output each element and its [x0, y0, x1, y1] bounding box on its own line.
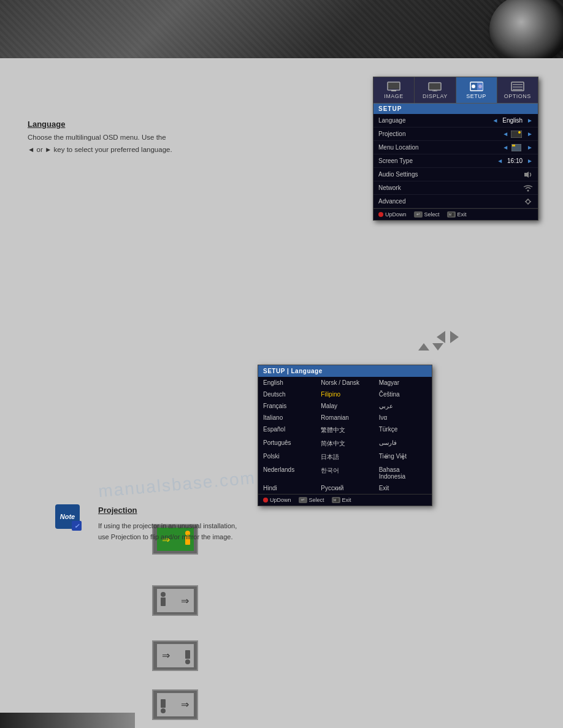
osd-menu: IMAGE DISPLAY	[373, 77, 538, 221]
lang-magyar[interactable]: Magyar	[374, 377, 432, 389]
lang-farsi[interactable]: فارسی	[374, 437, 432, 450]
select-icon: ↵	[414, 211, 423, 218]
osd-row-advanced[interactable]: Advanced	[373, 195, 538, 208]
lang-bahasa[interactable]: Bahasa Indonesia	[374, 464, 432, 482]
lang-espanol[interactable]: Español	[258, 423, 316, 437]
svg-rect-19	[512, 145, 515, 146]
osd-updown-hint: UpDown	[378, 211, 407, 218]
network-icon	[523, 184, 533, 192]
osd-row-language[interactable]: Language ◄ English ►	[373, 114, 538, 127]
lang-romanian[interactable]: Romanian	[316, 412, 373, 423]
display-icon	[427, 81, 442, 92]
lang-hindi[interactable]: Hindi	[258, 482, 316, 494]
lang-trad-chinese[interactable]: 繁體中文	[316, 423, 373, 437]
lang-ina[interactable]: Ινα	[374, 412, 432, 423]
tab-options[interactable]: OPTIONS	[497, 77, 538, 103]
note-box: Note ✓	[55, 504, 80, 529]
lens-decoration	[489, 0, 563, 58]
projection-mode-thumb-3: ⇒	[152, 640, 198, 671]
osd-exit-hint: M Exit	[447, 211, 467, 218]
lang-norsk[interactable]: Norsk / Dansk	[316, 377, 373, 389]
tab-setup[interactable]: SETUP	[456, 77, 497, 103]
tab-display[interactable]: DISPLAY	[415, 77, 456, 103]
osd-arrow-left-language: ◄	[492, 117, 498, 124]
svg-point-17	[518, 131, 521, 134]
lang-russian[interactable]: Русский	[316, 482, 373, 494]
language-panel: SETUP | Language English Norsk / Dansk M…	[258, 365, 432, 506]
lang-portugues[interactable]: Português	[258, 437, 316, 450]
osd-row-language-label: Language	[378, 117, 492, 124]
lang-updown-hint: UpDown	[263, 497, 291, 503]
projection-mode-icon	[511, 130, 522, 138]
lang-nederlands[interactable]: Nederlands	[258, 464, 316, 482]
lang-english[interactable]: English	[258, 377, 316, 389]
lang-select-label: Select	[309, 497, 324, 503]
osd-row-projection[interactable]: Projection ◄ ►	[373, 127, 538, 141]
lang-bottom-bar: UpDown ↵ Select M Exit	[258, 494, 432, 506]
lang-korean[interactable]: 한국어	[316, 464, 373, 482]
red-dot-updown	[378, 212, 383, 217]
exit-icon: M	[447, 211, 456, 218]
lang-turkce[interactable]: Türkçe	[374, 423, 432, 437]
arrow-right-icon	[450, 331, 459, 343]
tab-setup-label: SETUP	[466, 93, 486, 99]
lang-japanese[interactable]: 日本語	[316, 450, 373, 464]
lang-updown-label: UpDown	[270, 497, 291, 503]
osd-arrow-left-screen-type: ◄	[497, 157, 503, 164]
lang-exit-hint: M Exit	[332, 497, 351, 503]
svg-rect-4	[429, 83, 440, 89]
osd-section-header: SETUP	[373, 104, 538, 114]
svg-rect-1	[391, 90, 396, 91]
language-description: Choose the multilingual OSD menu. Use th…	[28, 132, 261, 143]
lang-red-dot	[263, 498, 268, 502]
lang-simp-chinese[interactable]: 简体中文	[316, 437, 373, 450]
svg-point-10	[472, 85, 475, 88]
projection-note-text: If using the projector in an unusual ins…	[98, 521, 245, 542]
lang-deutsch[interactable]: Deutsch	[258, 389, 316, 400]
osd-row-menu-location[interactable]: Menu Location ◄ ►	[373, 141, 538, 154]
lang-francais[interactable]: Français	[258, 400, 316, 412]
lang-exit[interactable]: Exit	[374, 482, 432, 494]
bottom-gradient-bar	[0, 713, 135, 728]
projection-mode-thumb-4: ⇒	[152, 689, 198, 720]
osd-row-network[interactable]: Network	[373, 181, 538, 195]
svg-point-11	[478, 85, 482, 88]
lang-arabic[interactable]: عربي	[374, 400, 432, 412]
tab-image[interactable]: IMAGE	[373, 77, 415, 103]
osd-arrow-right-language: ►	[527, 117, 533, 124]
svg-text:M: M	[449, 213, 451, 216]
watermark: manualsbase.com	[98, 468, 256, 501]
advanced-icon	[523, 198, 533, 205]
svg-point-22	[526, 200, 530, 203]
nav-arrows-area	[437, 331, 459, 343]
svg-text:M: M	[334, 498, 336, 502]
tab-options-label: OPTIONS	[504, 93, 531, 99]
lang-italiano[interactable]: Italiano	[258, 412, 316, 423]
projection-section-heading: Projection	[98, 506, 137, 515]
header-banner	[0, 0, 563, 58]
lang-filipino[interactable]: Filipino	[316, 389, 373, 400]
osd-exit-label: Exit	[458, 211, 467, 218]
osd-row-screen-type-label: Screen Type	[378, 157, 497, 164]
lang-polski[interactable]: Polski	[258, 450, 316, 464]
svg-point-21	[527, 189, 529, 191]
lang-exit-icon: M	[332, 497, 340, 503]
osd-row-audio[interactable]: Audio Settings	[373, 168, 538, 181]
language-panel-header: SETUP | Language	[258, 365, 432, 377]
lang-select-icon: ↵	[299, 497, 307, 503]
lang-vietnamese[interactable]: Tiếng Việt	[374, 450, 432, 464]
language-section-heading: Language	[28, 119, 65, 129]
lang-cestina[interactable]: Čeština	[374, 389, 432, 400]
osd-row-screen-type[interactable]: Screen Type ◄ 16:10 ►	[373, 154, 538, 168]
audio-icon	[523, 171, 533, 178]
svg-marker-20	[524, 172, 529, 178]
lang-malay[interactable]: Malay	[316, 400, 373, 412]
osd-bottom-bar: UpDown ↵ Select M Exit	[373, 208, 538, 220]
osd-row-language-value: English	[502, 117, 523, 124]
monitor-icon	[386, 81, 401, 92]
osd-arrow-right-projection: ►	[527, 131, 533, 137]
osd-row-network-label: Network	[378, 184, 523, 191]
osd-row-projection-label: Projection	[378, 131, 502, 137]
osd-updown-label: UpDown	[385, 211, 407, 218]
osd-arrow-right-menu-location: ►	[527, 144, 533, 151]
